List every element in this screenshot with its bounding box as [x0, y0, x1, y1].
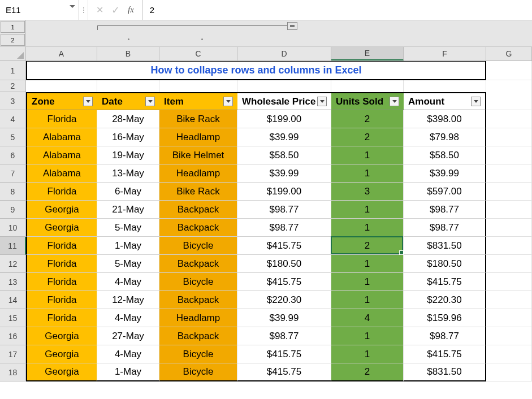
cell-b2[interactable]	[97, 80, 159, 92]
cell-date-9[interactable]: 21-May	[97, 201, 159, 219]
cell-g12[interactable]	[486, 255, 532, 273]
cell-c2[interactable]	[159, 80, 237, 92]
cell-g2[interactable]	[486, 80, 532, 92]
header-zone[interactable]: Zone	[26, 92, 97, 110]
cell-amount-5[interactable]: $79.98	[404, 128, 486, 146]
col-header-e[interactable]: E	[331, 47, 404, 60]
cell-date-4[interactable]: 28-May	[97, 110, 159, 128]
cell-zone-15[interactable]: Florida	[26, 309, 97, 327]
cell-price-9[interactable]: $98.77	[237, 201, 331, 219]
cell-g8[interactable]	[486, 183, 532, 201]
cell-date-12[interactable]: 5-May	[97, 255, 159, 273]
cell-price-14[interactable]: $220.30	[237, 291, 331, 309]
formula-input[interactable]: 2	[142, 0, 532, 20]
filter-icon[interactable]	[471, 97, 481, 106]
col-header-c[interactable]: C	[159, 47, 237, 60]
cell-g14[interactable]	[486, 291, 532, 309]
filter-icon[interactable]	[223, 97, 233, 106]
name-box-dropdown-icon[interactable]	[70, 5, 75, 8]
cell-price-5[interactable]: $39.99	[237, 128, 331, 146]
cell-units-15[interactable]: 4	[331, 309, 404, 327]
cell-units-11[interactable]: 2	[331, 237, 404, 255]
cell-price-4[interactable]: $199.00	[237, 110, 331, 128]
row-header-3[interactable]: 3	[0, 92, 26, 110]
cell-units-17[interactable]: 1	[331, 345, 404, 363]
cell-units-18[interactable]: 2	[331, 363, 404, 381]
row-header-5[interactable]: 5	[0, 128, 26, 146]
cell-item-11[interactable]: Bicycle	[159, 237, 237, 255]
outline-level-2[interactable]: 2	[1, 34, 25, 46]
cell-item-14[interactable]: Backpack	[159, 291, 237, 309]
cell-amount-7[interactable]: $39.99	[404, 164, 486, 183]
cell-g13[interactable]	[486, 273, 532, 291]
cell-zone-14[interactable]: Florida	[26, 291, 97, 309]
cancel-icon[interactable]: ✕	[96, 5, 103, 15]
cell-g10[interactable]	[486, 219, 532, 237]
cell-amount-18[interactable]: $831.50	[404, 363, 486, 381]
cell-price-15[interactable]: $39.99	[237, 309, 331, 327]
col-header-g[interactable]: G	[486, 47, 532, 60]
cell-zone-16[interactable]: Georgia	[26, 327, 97, 345]
enter-icon[interactable]: ✓	[111, 4, 120, 16]
cell-price-8[interactable]: $199.00	[237, 183, 331, 201]
cell-item-17[interactable]: Bicycle	[159, 345, 237, 363]
cell-item-13[interactable]: Bicycle	[159, 273, 237, 291]
cell-price-17[interactable]: $415.75	[237, 345, 331, 363]
cell-item-6[interactable]: Bike Helmet	[159, 146, 237, 164]
select-all-corner[interactable]	[0, 47, 26, 60]
row-header-6[interactable]: 6	[0, 146, 26, 164]
cell-zone-10[interactable]: Georgia	[26, 219, 97, 237]
cell-units-8[interactable]: 3	[331, 183, 404, 201]
col-header-a[interactable]: A	[26, 47, 97, 60]
cell-units-12[interactable]: 1	[331, 255, 404, 273]
cell-g17[interactable]	[486, 345, 532, 363]
cell-price-10[interactable]: $98.77	[237, 219, 331, 237]
cell-units-10[interactable]: 1	[331, 219, 404, 237]
cell-units-4[interactable]: 2	[331, 110, 404, 128]
cell-g16[interactable]	[486, 327, 532, 345]
cell-g15[interactable]	[486, 309, 532, 327]
cell-date-16[interactable]: 27-May	[97, 327, 159, 345]
header-amount[interactable]: Amount	[404, 92, 486, 110]
cell-g11[interactable]	[486, 237, 532, 255]
col-header-f[interactable]: F	[404, 47, 486, 60]
cell-units-9[interactable]: 1	[331, 201, 404, 219]
name-box[interactable]: E11	[0, 0, 79, 20]
cell-item-15[interactable]: Headlamp	[159, 309, 237, 327]
cell-zone-6[interactable]: Alabama	[26, 146, 97, 164]
cell-amount-16[interactable]: $98.77	[404, 327, 486, 345]
cell-g3[interactable]	[486, 92, 532, 110]
cell-e2[interactable]	[331, 80, 404, 92]
cell-amount-4[interactable]: $398.00	[404, 110, 486, 128]
cell-zone-13[interactable]: Florida	[26, 273, 97, 291]
cell-units-14[interactable]: 1	[331, 291, 404, 309]
cell-g5[interactable]	[486, 128, 532, 146]
cell-zone-18[interactable]: Georgia	[26, 363, 97, 381]
cell-zone-17[interactable]: Georgia	[26, 345, 97, 363]
header-date[interactable]: Date	[97, 92, 159, 110]
row-header-1[interactable]: 1	[0, 61, 26, 80]
row-header-7[interactable]: 7	[0, 164, 26, 183]
cell-item-10[interactable]: Backpack	[159, 219, 237, 237]
cell-f2[interactable]	[404, 80, 486, 92]
cell-date-17[interactable]: 4-May	[97, 345, 159, 363]
col-header-d[interactable]: D	[237, 47, 331, 60]
cell-price-6[interactable]: $58.50	[237, 146, 331, 164]
cell-g4[interactable]	[486, 110, 532, 128]
sheet-title[interactable]: How to collapse rows and columns in Exce…	[26, 61, 486, 80]
cell-date-6[interactable]: 19-May	[97, 146, 159, 164]
col-header-b[interactable]: B	[97, 47, 159, 60]
cell-amount-15[interactable]: $159.96	[404, 309, 486, 327]
cell-date-11[interactable]: 1-May	[97, 237, 159, 255]
cell-date-5[interactable]: 16-May	[97, 128, 159, 146]
cell-zone-9[interactable]: Georgia	[26, 201, 97, 219]
cell-amount-17[interactable]: $415.75	[404, 345, 486, 363]
row-header-8[interactable]: 8	[0, 183, 26, 201]
cell-item-9[interactable]: Backpack	[159, 201, 237, 219]
row-header-4[interactable]: 4	[0, 110, 26, 128]
cell-zone-4[interactable]: Florida	[26, 110, 97, 128]
cell-units-5[interactable]: 2	[331, 128, 404, 146]
row-header-11[interactable]: 11	[0, 237, 26, 255]
cell-price-11[interactable]: $415.75	[237, 237, 331, 255]
cell-g6[interactable]	[486, 146, 532, 164]
